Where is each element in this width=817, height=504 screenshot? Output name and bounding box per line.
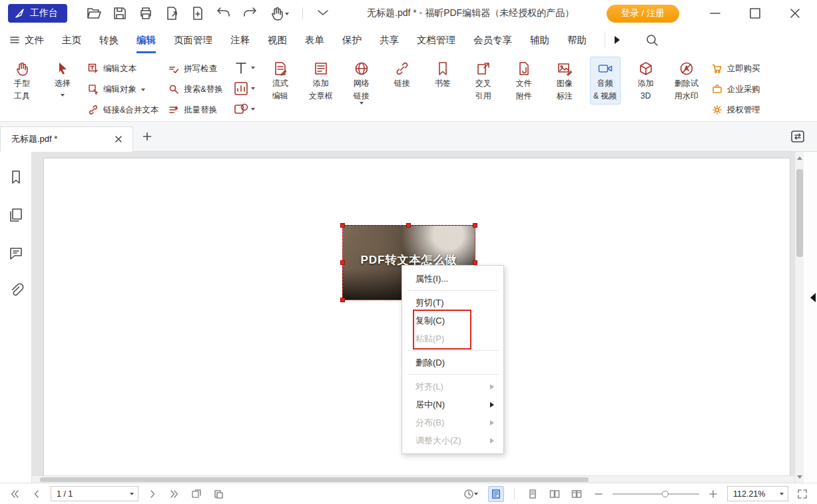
link-button[interactable]: 链接 <box>387 57 417 93</box>
menu-item-delete[interactable]: 删除(D) <box>402 354 503 372</box>
ribbon-search-button[interactable] <box>642 31 662 49</box>
tab-doc-manage[interactable]: 文档管理 <box>417 27 455 53</box>
menu-item-properties[interactable]: 属性(I)... <box>402 270 503 288</box>
scroll-down-button[interactable] <box>795 473 804 483</box>
menu-overflow[interactable] <box>601 31 624 49</box>
view-history-button[interactable] <box>459 486 482 502</box>
vertical-scrollbar[interactable] <box>794 152 804 483</box>
zoom-out-button[interactable] <box>591 486 607 502</box>
pages-panel-button[interactable] <box>8 207 24 223</box>
tab-share[interactable]: 共享 <box>380 27 399 53</box>
add-article-box-button[interactable]: 添加 文章框 <box>306 57 336 105</box>
tab-accessibility[interactable]: 辅助 <box>530 27 549 53</box>
buy-now-button[interactable]: 立即购买 <box>712 59 760 79</box>
menu-item-center[interactable]: 居中(N) <box>402 395 503 413</box>
resize-handle-top-middle[interactable] <box>406 223 411 228</box>
menu-item-cut[interactable]: 剪切(T) <box>402 294 503 312</box>
tab-member[interactable]: 会员专享 <box>473 27 512 53</box>
export-button[interactable] <box>162 4 182 23</box>
tab-help[interactable]: 帮助 <box>567 27 587 53</box>
add-3d-button[interactable]: 添加 3D <box>631 57 661 105</box>
file-attachment-button[interactable]: 文件 附件 <box>509 57 539 105</box>
snapshot-button[interactable] <box>188 486 204 502</box>
new-tab-button[interactable] <box>140 129 154 144</box>
previous-page-button[interactable] <box>29 486 45 502</box>
resize-handle-middle-left[interactable] <box>340 260 345 265</box>
zoom-slider-thumb[interactable] <box>662 491 669 497</box>
tab-convert[interactable]: 转换 <box>99 27 119 53</box>
menu-item-paste: 粘贴(P) <box>402 330 503 348</box>
batch-replace-button[interactable]: 批量替换 <box>168 100 222 120</box>
reading-mode-button[interactable] <box>488 486 504 502</box>
tab-protect[interactable]: 保护 <box>342 27 362 53</box>
resize-handle-top-right[interactable] <box>473 223 477 228</box>
resize-handle-bottom-left[interactable] <box>340 298 345 302</box>
print-button[interactable] <box>136 4 156 23</box>
document-tab[interactable]: 无标题.pdf * <box>0 126 133 152</box>
minimize-button[interactable] <box>705 4 725 23</box>
tab-view[interactable]: 视图 <box>268 27 287 53</box>
select-tool-button[interactable]: 选择 <box>47 57 78 102</box>
spell-check-button[interactable]: 拼写检查 <box>168 59 222 79</box>
horizontal-scrollbar-thumb[interactable] <box>40 477 589 482</box>
tab-form[interactable]: 表单 <box>305 27 324 53</box>
edit-text-button[interactable]: 编辑文本 <box>88 59 158 79</box>
horizontal-scrollbar[interactable] <box>32 475 794 483</box>
search-replace-button[interactable]: 搜索&替换 <box>168 79 222 99</box>
workspace-button[interactable]: 工作台 <box>8 4 67 23</box>
new-document-button[interactable] <box>188 4 208 23</box>
bookmarks-panel-button[interactable] <box>8 169 24 185</box>
tab-home[interactable]: 主页 <box>62 27 81 53</box>
menu-item-copy[interactable]: 复制(C) <box>402 312 503 330</box>
open-file-button[interactable] <box>84 4 104 23</box>
resize-handle-top-left[interactable] <box>340 223 345 228</box>
last-page-button[interactable] <box>166 486 182 502</box>
tab-edit[interactable]: 编辑 <box>136 27 156 53</box>
fullscreen-button[interactable] <box>794 486 810 502</box>
enterprise-purchase-button[interactable]: 企业采购 <box>712 79 760 99</box>
redo-button[interactable] <box>240 4 260 23</box>
link-merge-text-button[interactable]: 链接&合并文本 <box>88 100 158 120</box>
maximize-button[interactable] <box>745 4 765 23</box>
comments-panel-button[interactable] <box>8 245 24 261</box>
scroll-up-button[interactable] <box>795 152 804 161</box>
add-shape-button[interactable] <box>233 100 255 118</box>
zoom-in-button[interactable] <box>705 486 721 502</box>
flow-edit-button[interactable]: 流式 编辑 <box>265 57 296 105</box>
tab-page-manage[interactable]: 页面管理 <box>174 27 212 53</box>
cross-reference-button[interactable]: 交叉 引用 <box>468 57 499 105</box>
add-chart-button[interactable] <box>233 79 255 97</box>
tab-close-button[interactable] <box>111 132 126 146</box>
remove-trial-watermark-button[interactable]: 删除试 用水印 <box>671 57 702 105</box>
audio-video-button[interactable]: 音频 & 视频 <box>590 57 621 105</box>
right-panel-expand-handle[interactable] <box>806 293 816 302</box>
single-page-view-button[interactable] <box>525 486 541 502</box>
quick-tools-button[interactable] <box>266 4 292 23</box>
collapse-ribbon-button[interactable] <box>313 4 333 23</box>
book-view-button[interactable] <box>569 486 585 502</box>
attachments-panel-button[interactable] <box>8 283 24 299</box>
vertical-scrollbar-thumb[interactable] <box>796 169 803 257</box>
file-menu[interactable]: 文件 <box>9 34 44 47</box>
image-annotation-button[interactable]: 图像 标注 <box>549 57 580 105</box>
first-page-button[interactable] <box>7 486 23 502</box>
save-button[interactable] <box>110 4 130 23</box>
page-number-combo[interactable]: 1 / 1 <box>51 486 138 501</box>
zoom-level-combo[interactable]: 112.21% <box>727 486 788 501</box>
edit-object-button[interactable]: 编辑对象 <box>88 79 158 99</box>
tab-comment[interactable]: 注释 <box>230 27 250 53</box>
add-text-button[interactable] <box>233 59 255 77</box>
clipboard-button[interactable] <box>210 486 226 502</box>
undo-button[interactable] <box>214 4 234 23</box>
hand-tool-button[interactable]: 手型 工具 <box>7 57 37 105</box>
bookmark-button[interactable]: 书签 <box>427 57 458 93</box>
license-manage-button[interactable]: 授权管理 <box>712 100 760 120</box>
resize-handle-middle-right[interactable] <box>473 260 477 265</box>
zoom-slider[interactable] <box>613 486 699 502</box>
next-page-button[interactable] <box>144 486 160 502</box>
login-register-button[interactable]: 登录 / 注册 <box>607 5 679 23</box>
web-link-button[interactable]: 网络 链接 <box>346 57 377 110</box>
facing-pages-view-button[interactable] <box>547 486 563 502</box>
close-button[interactable] <box>785 4 805 23</box>
switch-document-button[interactable] <box>788 127 808 146</box>
